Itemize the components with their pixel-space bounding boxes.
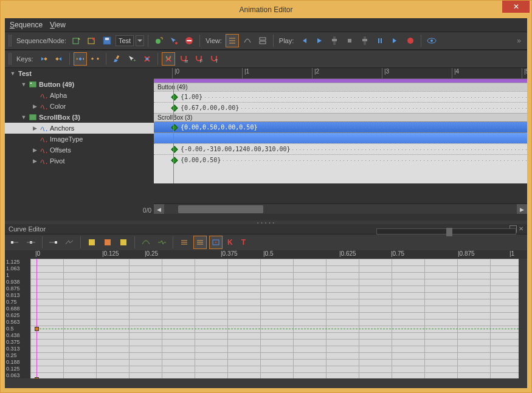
select-key-button[interactable]: + bbox=[125, 52, 139, 66]
view-mode-list-button[interactable] bbox=[226, 34, 239, 47]
tangent-broken-button[interactable] bbox=[63, 236, 76, 249]
toggle-t[interactable]: T bbox=[241, 238, 246, 247]
goto-end-button[interactable] bbox=[389, 34, 402, 47]
hierarchy-tree[interactable]: ▼Test ▼Button (49) Alpha ▶Color ▼ScrollB… bbox=[5, 68, 154, 214]
curve-mode-1-button[interactable] bbox=[139, 236, 153, 249]
close-button[interactable]: ✕ bbox=[502, 1, 530, 13]
keyframe[interactable] bbox=[171, 124, 178, 131]
delete-key-button[interactable] bbox=[140, 52, 154, 66]
pick-node-button[interactable] bbox=[167, 34, 181, 47]
ruler-tick: |0 bbox=[172, 68, 179, 78]
menu-view[interactable]: View bbox=[50, 21, 66, 29]
toolbar-keys: Keys: + m F T bbox=[5, 50, 527, 68]
record-button[interactable] bbox=[404, 34, 417, 47]
curve-mode-2-button[interactable] bbox=[155, 236, 168, 249]
tangent-auto-button[interactable] bbox=[9, 236, 22, 249]
tree-prop-offsets[interactable]: ▶Offsets bbox=[5, 145, 154, 155]
color-yellow2-button[interactable] bbox=[117, 236, 130, 249]
sequence-combo-value: Test bbox=[119, 37, 131, 44]
close-panel-icon[interactable]: ✕ bbox=[519, 225, 523, 233]
tree-node-button-label: Button (49) bbox=[39, 81, 74, 88]
color-orange-button[interactable] bbox=[101, 236, 114, 249]
track-row[interactable]: {0.00,0.50} bbox=[154, 154, 527, 165]
magnet-f-button[interactable]: F bbox=[192, 52, 206, 66]
tree-root[interactable]: ▼Test bbox=[5, 68, 154, 79]
edit-key-button[interactable] bbox=[110, 52, 123, 66]
fit-v-button[interactable] bbox=[193, 236, 207, 249]
tree-prop-imagetype[interactable]: ImageType bbox=[5, 134, 154, 145]
magnet-m-button[interactable]: m bbox=[177, 52, 190, 66]
sequence-combo[interactable]: Test bbox=[116, 35, 134, 46]
save-sequence-button[interactable] bbox=[100, 34, 114, 47]
timeline[interactable]: |0 |1 |2 |3 |4 |5 Button (49) {1.00} {0.… bbox=[154, 68, 527, 214]
timeline-hscroll[interactable]: ◀ ▶ bbox=[154, 203, 527, 214]
zoom-slider-thumb[interactable] bbox=[446, 228, 452, 236]
tree-node-scrollbox[interactable]: ▼ScrollBox (3) bbox=[5, 112, 154, 123]
scroll-right-button[interactable]: ▶ bbox=[517, 204, 527, 214]
track-group-header[interactable]: ScrollBox (3) bbox=[154, 113, 527, 121]
track-row-selected[interactable]: {0.00,0.50,0.00,0.50} bbox=[154, 121, 527, 132]
open-sequence-button[interactable] bbox=[85, 34, 98, 47]
keyframe[interactable] bbox=[171, 94, 178, 100]
svg-rect-26 bbox=[116, 55, 119, 60]
curve-hscroll[interactable] bbox=[5, 378, 527, 388]
tree-prop-pivot[interactable]: ▶Pivot bbox=[5, 155, 154, 166]
color-yellow-button[interactable] bbox=[85, 236, 98, 249]
curve-keyframe[interactable] bbox=[35, 327, 39, 331]
move-key-button[interactable] bbox=[74, 52, 87, 66]
track-row[interactable]: {1.00} bbox=[154, 91, 527, 102]
sequence-combo-arrow[interactable] bbox=[136, 35, 144, 46]
track-group-header[interactable]: Button (49) bbox=[154, 83, 527, 91]
add-node-button[interactable] bbox=[152, 34, 165, 47]
magnet-t-button[interactable]: T bbox=[207, 52, 221, 66]
prev-key-button[interactable] bbox=[37, 52, 50, 66]
fit-all-button[interactable] bbox=[209, 236, 223, 249]
pause-button[interactable] bbox=[373, 34, 387, 47]
tree-prop-alpha[interactable]: Alpha bbox=[5, 90, 154, 101]
curve-editor-panel: Curve Editor ✕ bbox=[5, 224, 527, 388]
track-row[interactable]: {0.67,0.00,0.00} bbox=[154, 102, 527, 113]
speed-slider[interactable] bbox=[328, 34, 341, 47]
view-mode-both-button[interactable] bbox=[256, 34, 269, 47]
svg-rect-37 bbox=[55, 241, 57, 244]
curve-vscroll[interactable] bbox=[519, 259, 527, 378]
scroll-thumb[interactable] bbox=[178, 205, 263, 213]
menu-sequence[interactable]: Sequence bbox=[10, 21, 43, 29]
tree-prop-color[interactable]: ▶Color bbox=[5, 101, 154, 112]
toolbar-keys-grip[interactable] bbox=[9, 53, 12, 65]
curve-grid[interactable] bbox=[30, 259, 519, 378]
play-button[interactable] bbox=[313, 34, 326, 47]
track-row[interactable]: {-0.00,-310.00,1240.00,310.00} bbox=[154, 143, 527, 154]
speed-slider-2[interactable] bbox=[358, 34, 371, 47]
toolbar-grip[interactable] bbox=[9, 35, 12, 47]
new-sequence-button[interactable] bbox=[70, 34, 83, 47]
tangent-flat-button[interactable] bbox=[24, 236, 38, 249]
fit-h-button[interactable] bbox=[178, 236, 191, 249]
delete-button[interactable] bbox=[182, 34, 196, 47]
next-key-button[interactable] bbox=[52, 52, 66, 66]
scroll-left-button[interactable]: ◀ bbox=[154, 204, 164, 214]
track-row-highlight[interactable] bbox=[154, 132, 527, 143]
snap-key-button[interactable] bbox=[162, 52, 175, 66]
playhead[interactable] bbox=[173, 83, 174, 183]
timeline-ruler[interactable]: |0 |1 |2 |3 |4 |5 bbox=[154, 68, 527, 79]
scale-key-button[interactable] bbox=[89, 52, 102, 66]
tree-node-button[interactable]: ▼Button (49) bbox=[5, 79, 154, 90]
curve-ruler[interactable]: |0 |0.125 |0.25 |0.375 |0.5 |0.625 |0.75… bbox=[5, 250, 527, 259]
svg-rect-9 bbox=[260, 38, 266, 40]
curve-area[interactable]: |0 |0.125 |0.25 |0.375 |0.5 |0.625 |0.75… bbox=[5, 250, 527, 378]
preview-button[interactable] bbox=[425, 34, 438, 47]
goto-start-button[interactable] bbox=[297, 34, 311, 47]
toolbar-overflow[interactable]: » bbox=[513, 36, 525, 45]
curve-playhead[interactable] bbox=[36, 259, 37, 378]
keyframe[interactable] bbox=[171, 146, 178, 152]
tree-prop-anchors[interactable]: ▶Anchors bbox=[5, 123, 154, 134]
view-mode-curve-button[interactable] bbox=[241, 34, 254, 47]
keyframe[interactable] bbox=[171, 104, 178, 111]
toggle-k[interactable]: K bbox=[227, 238, 233, 247]
zoom-slider[interactable] bbox=[376, 228, 516, 234]
keyframe[interactable] bbox=[171, 157, 178, 163]
curve-icon bbox=[40, 103, 47, 109]
stop-button[interactable] bbox=[343, 34, 356, 47]
tangent-in-button[interactable] bbox=[47, 236, 60, 249]
